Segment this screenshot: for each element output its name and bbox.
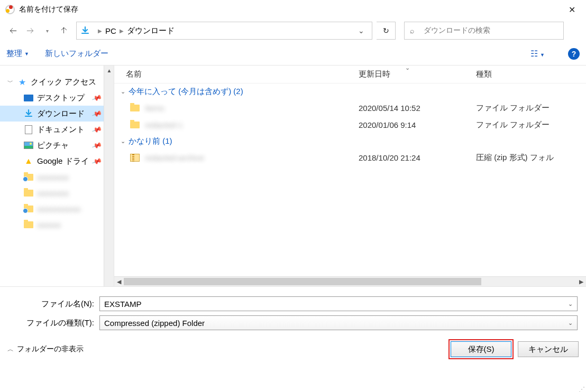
folder-icon (24, 190, 33, 197)
filetype-select[interactable]: Compressed (zipped) Folder ⌄ (99, 315, 578, 330)
folder-icon (24, 221, 33, 228)
close-button[interactable]: ✕ (560, 0, 584, 19)
file-row[interactable]: redacted-1 2020/01/06 9:14 ファイル フォルダー (114, 116, 586, 133)
pin-icon: 📌 (91, 92, 103, 103)
scroll-left-icon[interactable]: ◀ (114, 277, 124, 286)
star-icon: ★ (17, 77, 28, 87)
filename-label: ファイル名(N): (8, 299, 99, 309)
pin-icon: 📌 (91, 156, 103, 166)
sidebar-item-pictures[interactable]: ピクチャ📌 (0, 137, 114, 153)
zip-icon (130, 154, 140, 162)
search-icon: ⌕ (410, 26, 414, 35)
sidebar-item-desktop[interactable]: デスクトップ📌 (0, 90, 114, 106)
sidebar-item-folder[interactable]: xxxxxxxxxxx (0, 201, 114, 217)
help-button[interactable]: ? (568, 48, 580, 60)
sidebar-item-folder[interactable]: xxxxxx (0, 217, 114, 232)
file-row[interactable]: Items 2020/05/14 10:52 ファイル フォルダー (114, 99, 586, 116)
new-folder-button[interactable]: 新しいフォルダー (45, 49, 108, 59)
chevron-down-icon: ▼ (24, 51, 29, 57)
column-name[interactable]: 名前 (126, 69, 359, 79)
pin-icon: 📌 (91, 108, 103, 119)
file-row[interactable]: redacted-archive 2018/10/20 21:24 圧縮 (zi… (114, 149, 586, 166)
main-area: ▲ ﹀ ★ クイック アクセス デスクトップ📌 ダウンロード📌 ドキュメント📌 … (0, 66, 586, 286)
form-area: ファイル名(N): EXSTAMP ⌄ ファイルの種類(T): Compress… (0, 286, 586, 333)
chevron-right-icon: ▶ (120, 28, 124, 34)
resize-grip[interactable]: ⋰ (579, 388, 585, 391)
desktop-icon (24, 95, 33, 101)
breadcrumb-pc[interactable]: PC (105, 26, 116, 35)
bottom-bar: ︿ フォルダーの非表示 保存(S) キャンセル (0, 333, 586, 365)
filename-input[interactable]: EXSTAMP ⌄ (99, 296, 578, 311)
view-mode-button[interactable]: ☷ ▼ (530, 49, 545, 59)
sidebar-item-folder[interactable]: xxxxxxxx (0, 169, 114, 185)
tree-scrollbar[interactable]: ▲ (104, 66, 114, 286)
search-input[interactable]: ⌕ ダウンロードの検索 (404, 22, 564, 40)
chevron-down-icon[interactable]: ⌄ (568, 301, 573, 307)
chevron-up-icon: ︿ (7, 345, 14, 354)
cancel-button[interactable]: キャンセル (518, 341, 579, 357)
download-icon (23, 109, 34, 118)
window-title: 名前を付けて保存 (19, 5, 560, 14)
file-pane: 名前 更新日時 ⌄ 種類 ⌄ 今年に入って (今月は含めず) (2) Items… (114, 66, 586, 286)
nav-tree: ▲ ﹀ ★ クイック アクセス デスクトップ📌 ダウンロード📌 ドキュメント📌 … (0, 66, 114, 286)
column-date[interactable]: 更新日時 ⌄ (359, 69, 476, 79)
horizontal-scrollbar[interactable]: ◀ ▶ (114, 276, 586, 286)
address-bar[interactable]: ▶ PC ▶ ダウンロード ⌄ (76, 22, 372, 40)
recent-dropdown[interactable]: ▾ (39, 23, 55, 39)
group-header[interactable]: ⌄ 今年に入って (今月は含めず) (2) (114, 83, 586, 99)
folder-icon (130, 122, 140, 128)
folder-icon (24, 174, 33, 181)
refresh-button[interactable]: ↻ (377, 22, 396, 40)
sidebar-item-documents[interactable]: ドキュメント📌 (0, 122, 114, 137)
pin-icon: 📌 (91, 124, 103, 135)
chevron-down-icon[interactable]: ⌄ (568, 320, 573, 326)
folder-icon (130, 105, 140, 111)
pin-icon: 📌 (91, 140, 103, 151)
up-button[interactable]: 🡡 (56, 23, 72, 39)
scroll-thumb[interactable] (124, 278, 481, 285)
chevron-down-icon: ﹀ (7, 78, 14, 86)
sidebar-item-folder[interactable]: xxxxxxxx (0, 185, 114, 201)
gdrive-icon: ▲ (23, 156, 34, 166)
group-header[interactable]: ⌄ かなり前 (1) (114, 133, 586, 149)
file-date: 2020/05/14 10:52 (359, 104, 476, 113)
column-headers: 名前 更新日時 ⌄ 種類 (114, 66, 586, 83)
save-button[interactable]: 保存(S) (451, 341, 511, 357)
quick-access-node[interactable]: ﹀ ★ クイック アクセス (0, 74, 114, 90)
chevron-down-icon: ⌄ (121, 88, 125, 95)
chevron-down-icon: ⌄ (121, 138, 125, 145)
sort-indicator-icon: ⌄ (405, 64, 410, 71)
chevron-right-icon: ▶ (98, 28, 102, 34)
folder-icon (24, 206, 33, 212)
file-type: 圧縮 (zip 形式) フォル (476, 153, 586, 163)
file-date: 2018/10/20 21:24 (359, 153, 476, 162)
address-dropdown[interactable]: ⌄ (354, 26, 369, 35)
scroll-right-icon[interactable]: ▶ (576, 277, 586, 286)
chrome-icon (5, 5, 15, 14)
sidebar-item-downloads[interactable]: ダウンロード📌 (0, 106, 114, 122)
column-type[interactable]: 種類 (476, 69, 586, 79)
breadcrumb-downloads[interactable]: ダウンロード (127, 26, 175, 36)
organize-button[interactable]: 整理▼ (6, 49, 29, 59)
file-type: ファイル フォルダー (476, 103, 586, 113)
scroll-up-icon[interactable]: ▲ (104, 66, 114, 75)
pictures-icon (24, 142, 33, 149)
filetype-label: ファイルの種類(T): (8, 318, 99, 328)
file-type: ファイル フォルダー (476, 120, 586, 130)
back-button[interactable]: 🡠 (5, 23, 21, 39)
forward-button[interactable]: 🡢 (22, 23, 38, 39)
toolbar: 整理▼ 新しいフォルダー ☷ ▼ ? (0, 42, 586, 66)
sidebar-item-gdrive[interactable]: ▲ Google ドライ📌 (0, 153, 114, 169)
document-icon (25, 125, 32, 134)
nav-bar: 🡠 🡢 ▾ 🡡 ▶ PC ▶ ダウンロード ⌄ ↻ ⌕ ダウンロードの検索 (0, 19, 586, 42)
file-date: 2020/01/06 9:14 (359, 120, 476, 129)
title-bar: 名前を付けて保存 ✕ (0, 0, 586, 19)
download-icon (80, 25, 90, 36)
search-placeholder: ダウンロードの検索 (424, 26, 490, 35)
hide-folders-button[interactable]: フォルダーの非表示 (17, 344, 84, 354)
